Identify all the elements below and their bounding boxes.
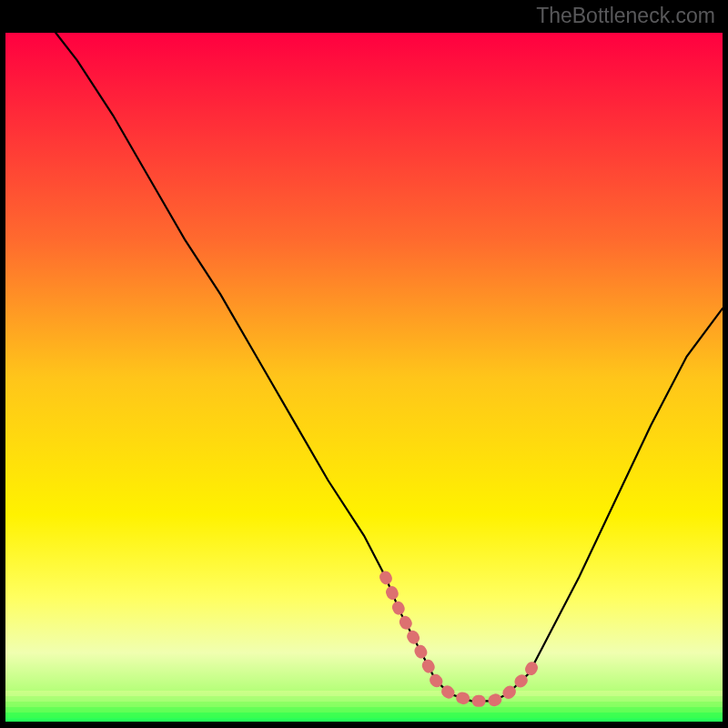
- svg-rect-6: [5, 702, 723, 707]
- svg-rect-8: [5, 713, 723, 718]
- green-stripes: [5, 691, 723, 718]
- svg-rect-3: [723, 0, 728, 728]
- bottleneck-chart: [0, 0, 728, 728]
- svg-rect-2: [0, 0, 5, 728]
- svg-rect-7: [5, 707, 723, 713]
- watermark-text: TheBottleneck.com: [536, 4, 715, 28]
- svg-rect-1: [0, 722, 728, 728]
- svg-rect-5: [5, 696, 723, 702]
- chart-gradient-background: [5, 33, 723, 722]
- svg-rect-4: [5, 691, 723, 696]
